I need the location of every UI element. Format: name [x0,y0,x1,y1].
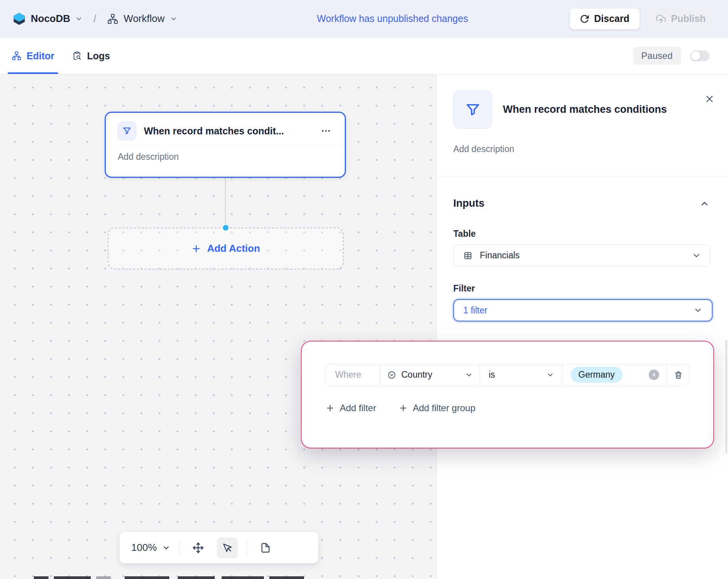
clipped-bottom-content [34,576,304,579]
publish-label: Publish [671,13,706,24]
chevron-down-icon [465,371,473,379]
refresh-icon [580,14,589,23]
panel-scrollbar[interactable] [725,340,727,453]
move-arrows-icon [192,542,204,554]
chevron-down-icon [692,251,701,260]
inputs-section-header[interactable]: Inputs [453,197,710,209]
chevron-down-icon [170,15,177,23]
toolbar-divider [246,539,247,556]
trigger-node[interactable]: When record matches condit... Add descri… [105,112,346,178]
workflow-switcher-button[interactable]: Workflow [107,13,177,25]
trigger-node-card: When record matches condit... Add descri… [107,114,343,175]
filter-field-value: Country [401,370,432,380]
filter-value-field[interactable]: Germany [563,364,667,385]
table-field-label: Table [453,229,711,239]
chevron-down-icon [75,15,83,23]
close-icon[interactable] [704,94,715,104]
trigger-node-title: When record matches condit... [144,126,311,137]
filter-popup-actions: Add filter Add filter group [326,403,690,413]
select-tool-button[interactable] [217,537,238,558]
nocodb-logo-icon[interactable] [12,12,26,26]
table-select[interactable]: Financials [453,244,711,266]
filter-value-tag: Germany [571,367,623,383]
filter-funnel-icon [453,90,492,129]
file-icon [260,542,271,553]
chevron-up-icon [700,199,710,209]
paused-toggle[interactable] [690,50,710,61]
add-filter-button[interactable]: Add filter [326,403,376,413]
node-menu-ellipsis-icon[interactable] [319,124,333,138]
plus-icon [191,244,201,254]
filter-field-label: Filter [453,283,711,294]
editor-workflow-icon [12,51,22,61]
select-field-type-icon [387,370,396,380]
panel-title: When record matches conditions [503,103,667,116]
chevron-down-icon [546,371,554,379]
topbar: NocoDB / Workflow Workflow has unpublish… [0,0,728,38]
tab-editor[interactable]: Editor [8,38,58,74]
workflow-icon [107,13,119,25]
panel-divider [437,176,728,176]
filter-select[interactable]: 1 filter [453,299,713,321]
filter-operator-dropdown[interactable]: is [480,364,563,385]
filter-popup: Where Country is Germany [301,341,714,448]
workflow-label: Workflow [124,13,164,25]
node-connector-line [225,177,226,228]
upload-cloud-icon [656,14,666,24]
panel-header: When record matches conditions [453,90,690,129]
add-action-label: Add Action [207,243,260,254]
add-filter-label: Add filter [340,403,376,413]
cursor-arrow-icon [222,542,233,553]
filter-operator-value: is [489,370,495,380]
filter-select-value: 1 filter [463,305,686,316]
panel-description-placeholder[interactable]: Add description [453,144,711,154]
zoom-level-control[interactable]: 100% [131,542,170,554]
chevron-down-icon [162,544,170,552]
workflow-canvas[interactable]: When record matches condit... Add descri… [0,74,436,579]
notes-tool-button[interactable] [255,537,276,558]
discard-button[interactable]: Discard [569,8,640,30]
filter-condition-row: Where Country is Germany [326,364,690,386]
main-area: When record matches condit... Add descri… [0,74,728,579]
breadcrumb-separator: / [94,13,97,25]
inputs-heading: Inputs [453,197,484,209]
chevron-down-icon [693,306,703,315]
breadcrumb: NocoDB / Workflow [12,12,177,26]
zoom-level-value: 100% [131,542,157,554]
tabbar-right: Paused [633,47,720,65]
tab-editor-label: Editor [27,50,54,62]
plus-icon [326,403,335,413]
table-grid-icon [463,251,473,261]
clipboard-search-icon [72,51,82,61]
connector-handle[interactable] [222,224,230,232]
discard-label: Discard [594,13,629,24]
table-select-value: Financials [480,250,685,261]
node-settings-panel: When record matches conditions Add descr… [436,74,728,579]
trigger-node-header: When record matches condit... [108,115,343,146]
plus-icon [399,403,408,413]
filter-funnel-icon [118,122,136,140]
filter-field-dropdown[interactable]: Country [380,364,480,385]
clear-value-icon[interactable] [649,370,659,380]
base-switcher-button[interactable]: NocoDB [31,13,83,25]
paused-status-badge: Paused [633,47,681,65]
tab-logs-label: Logs [87,50,110,62]
add-action-dropzone[interactable]: Add Action [108,228,344,269]
tab-logs[interactable]: Logs [68,38,114,74]
tabbar: Editor Logs Paused [0,38,728,74]
pan-tool-button[interactable] [188,537,209,558]
toolbar-divider [179,539,179,556]
canvas-toolbar: 100% [120,532,318,563]
trash-icon [674,370,683,380]
unpublished-changes-status: Workflow has unpublished changes [317,13,468,24]
publish-button[interactable]: Publish [646,8,716,30]
topbar-actions: Discard Publish [569,8,716,30]
where-label: Where [326,364,380,385]
brand-name: NocoDB [31,13,70,25]
add-filter-group-label: Add filter group [413,403,476,413]
add-filter-group-button[interactable]: Add filter group [399,403,476,413]
node-description-placeholder[interactable]: Add description [108,146,343,168]
delete-filter-button[interactable] [667,364,689,385]
